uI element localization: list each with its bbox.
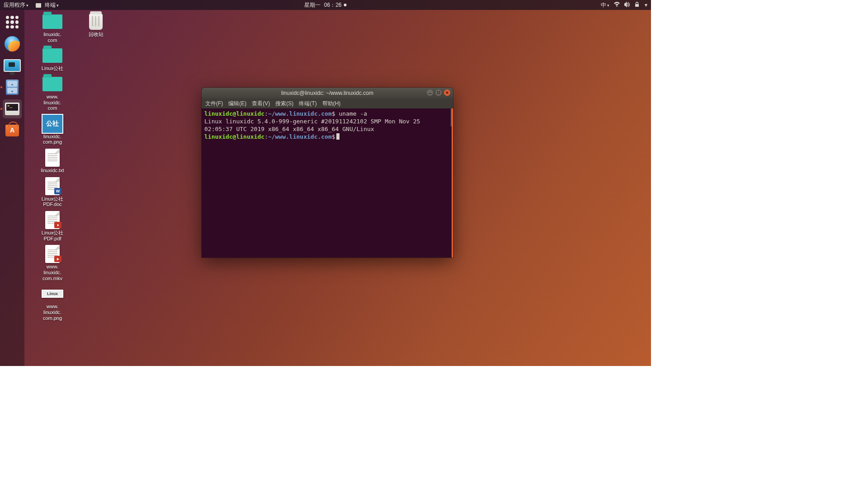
software-icon: [5, 125, 19, 136]
close-button[interactable]: [444, 89, 450, 96]
window-resize-edge[interactable]: [452, 108, 453, 258]
dock: [0, 10, 24, 366]
grid-icon: [6, 16, 19, 28]
desktop-item-label: linuxidc. com: [43, 32, 61, 43]
terminal-indicator-icon: [36, 3, 41, 8]
desktop-item-label: Linux公社 PDF.pdf: [42, 230, 63, 241]
menu-search[interactable]: 搜索(S): [275, 100, 293, 108]
vid-file-icon: ▸: [45, 245, 60, 263]
desktop-item-label: Linux公社: [42, 66, 63, 71]
firefox-launcher[interactable]: [3, 34, 22, 53]
active-window-menu[interactable]: 终端▾: [45, 1, 59, 9]
desktop-item-label: Linux公社 PDF.doc: [42, 196, 63, 207]
applications-menu[interactable]: 应用程序▾: [4, 1, 28, 9]
notification-dot-icon: [344, 4, 347, 6]
menu-edit[interactable]: 编辑(E): [228, 100, 246, 108]
window-titlebar[interactable]: linuxidc@linuxidc: ~/www.linuxidc.com: [202, 88, 453, 99]
desktop-item[interactable]: ♦Linux公社 PDF.pdf: [33, 211, 72, 241]
terminal-output: Linux linuxidc 5.4.0-999-generic #201911…: [204, 118, 450, 133]
firefox-icon: [5, 36, 20, 52]
menu-terminal[interactable]: 终端(T): [299, 100, 316, 108]
desktop-item-label: www. linuxidc. com: [43, 94, 61, 111]
network-icon[interactable]: [614, 2, 620, 8]
folder-icon: [42, 48, 62, 63]
terminal-line: linuxidc@linuxidc:~/www.linuxidc.com$ un…: [204, 110, 450, 118]
desktop-item[interactable]: 公社linuxidc. com.png: [33, 115, 72, 145]
menu-help[interactable]: 帮助(H): [322, 100, 341, 108]
terminal-body[interactable]: linuxidc@linuxidc:~/www.linuxidc.com$ un…: [202, 108, 453, 258]
screenshot-launcher[interactable]: [3, 56, 22, 75]
terminal-window[interactable]: linuxidc@linuxidc: ~/www.linuxidc.com 文件…: [202, 88, 453, 258]
desktop-item-label: linuxidc. com.png: [43, 134, 62, 145]
desktop: 应用程序▾ 终端▾ 星期一 06：26 中▾ ▾: [0, 0, 651, 366]
desktop-item-label: www. linuxidc. com.mkv: [42, 264, 62, 281]
desktop-item-label: www. linuxidc. com.png: [43, 304, 62, 321]
chevron-down-icon: ▾: [607, 3, 609, 8]
files-launcher[interactable]: [3, 78, 22, 97]
desktop-item[interactable]: linuxidc. com: [33, 13, 72, 43]
desktop-item[interactable]: linuxidc.txt: [33, 149, 72, 174]
trash-icon-item[interactable]: 回收站: [76, 13, 116, 38]
chevron-down-icon: ▾: [26, 3, 28, 8]
screenshot-icon: [4, 59, 21, 72]
folder-icon: [42, 14, 62, 29]
show-apps-button[interactable]: [3, 13, 22, 32]
txt-file-icon: [45, 149, 60, 167]
volume-icon[interactable]: [624, 2, 630, 9]
image-thumb-icon: Linux: [42, 290, 63, 298]
files-icon: [6, 80, 19, 95]
cursor-icon: [336, 133, 340, 140]
trash-icon: [89, 14, 103, 30]
top-panel: 应用程序▾ 终端▾ 星期一 06：26 中▾ ▾: [0, 0, 651, 10]
pdf-file-icon: ♦: [45, 211, 60, 229]
clock[interactable]: 星期一 06：26: [304, 1, 346, 9]
svg-rect-2: [438, 92, 440, 94]
terminal-launcher[interactable]: [3, 99, 22, 118]
desktop-item-label: linuxidc.txt: [41, 168, 64, 174]
window-title: linuxidc@linuxidc: ~/www.linuxidc.com: [281, 90, 373, 96]
chevron-down-icon: ▾: [57, 3, 59, 8]
software-launcher[interactable]: [3, 121, 22, 140]
desktop-icons: linuxidc. comLinux公社www. linuxidc. com公社…: [33, 13, 73, 324]
folder-icon: [42, 77, 62, 91]
trash-label: 回收站: [89, 32, 104, 38]
svg-rect-0: [635, 4, 639, 7]
menu-view[interactable]: 查看(V): [252, 100, 270, 108]
ime-indicator[interactable]: 中▾: [601, 1, 609, 9]
terminal-icon: [5, 103, 19, 115]
lock-icon[interactable]: [635, 2, 639, 9]
doc-file-icon: W: [45, 177, 60, 195]
menu-file[interactable]: 文件(F): [205, 100, 223, 108]
terminal-prompt: linuxidc@linuxidc:~/www.linuxidc.com$: [204, 133, 450, 141]
maximize-button[interactable]: [435, 89, 442, 96]
desktop-item[interactable]: WLinux公社 PDF.doc: [33, 177, 72, 207]
minimize-button[interactable]: [427, 89, 433, 96]
desktop-item[interactable]: www. linuxidc. com: [33, 75, 72, 111]
desktop-item[interactable]: ▸www. linuxidc. com.mkv: [33, 245, 72, 281]
running-pip-icon: [0, 108, 2, 110]
running-pip-icon: [0, 86, 2, 88]
image-thumb-icon: 公社: [42, 114, 63, 134]
desktop-item[interactable]: Linuxwww. linuxidc. com.png: [33, 285, 72, 321]
system-menu-chevron-icon[interactable]: ▾: [645, 2, 647, 8]
terminal-menubar: 文件(F) 编辑(E) 查看(V) 搜索(S) 终端(T) 帮助(H): [202, 99, 453, 108]
desktop-item[interactable]: Linux公社: [33, 47, 72, 71]
